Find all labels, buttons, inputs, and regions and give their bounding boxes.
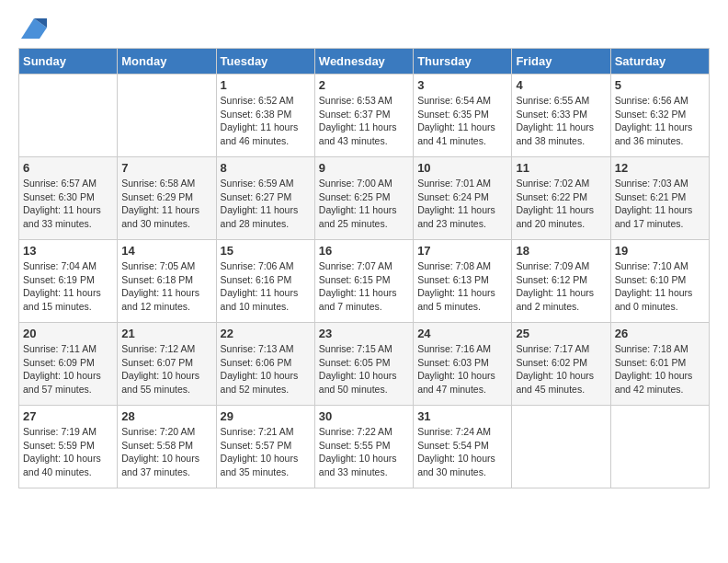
day-number: 1 bbox=[221, 78, 311, 92]
calendar-cell bbox=[512, 406, 610, 488]
day-number: 17 bbox=[417, 244, 507, 258]
calendar-cell: 25 Sunrise: 7:17 AMSunset: 6:02 PMDaylig… bbox=[512, 323, 610, 406]
day-detail: Sunrise: 7:06 AMSunset: 6:16 PMDaylight:… bbox=[221, 259, 311, 314]
day-detail: Sunrise: 7:04 AMSunset: 6:19 PMDaylight:… bbox=[23, 259, 113, 314]
day-detail: Sunrise: 7:07 AMSunset: 6:15 PMDaylight:… bbox=[319, 259, 409, 314]
day-number: 18 bbox=[516, 244, 606, 258]
calendar-cell bbox=[19, 75, 118, 157]
calendar-cell: 24 Sunrise: 7:16 AMSunset: 6:03 PMDaylig… bbox=[414, 323, 512, 406]
calendar-cell: 26 Sunrise: 7:18 AMSunset: 6:01 PMDaylig… bbox=[610, 323, 709, 406]
calendar-cell bbox=[118, 75, 216, 157]
calendar-cell: 16 Sunrise: 7:07 AMSunset: 6:15 PMDaylig… bbox=[314, 240, 413, 323]
day-number: 2 bbox=[319, 78, 409, 92]
day-detail: Sunrise: 6:53 AMSunset: 6:37 PMDaylight:… bbox=[319, 94, 409, 148]
day-number: 15 bbox=[221, 244, 311, 258]
day-detail: Sunrise: 7:08 AMSunset: 6:13 PMDaylight:… bbox=[417, 259, 507, 314]
calendar-week-row: 27 Sunrise: 7:19 AMSunset: 5:59 PMDaylig… bbox=[19, 406, 710, 488]
calendar-cell: 28 Sunrise: 7:20 AMSunset: 5:58 PMDaylig… bbox=[118, 406, 216, 488]
day-detail: Sunrise: 6:59 AMSunset: 6:27 PMDaylight:… bbox=[221, 177, 311, 231]
day-number: 11 bbox=[516, 161, 606, 175]
weekday-header: Saturday bbox=[610, 49, 709, 75]
weekday-header: Tuesday bbox=[216, 49, 314, 75]
logo bbox=[18, 18, 47, 39]
calendar-cell: 5 Sunrise: 6:56 AMSunset: 6:32 PMDayligh… bbox=[610, 75, 709, 157]
day-number: 30 bbox=[319, 409, 409, 423]
day-detail: Sunrise: 7:10 AMSunset: 6:10 PMDaylight:… bbox=[615, 259, 705, 314]
calendar-week-row: 1 Sunrise: 6:52 AMSunset: 6:38 PMDayligh… bbox=[19, 75, 710, 157]
day-detail: Sunrise: 7:18 AMSunset: 6:01 PMDaylight:… bbox=[615, 342, 705, 396]
calendar-cell: 18 Sunrise: 7:09 AMSunset: 6:12 PMDaylig… bbox=[512, 240, 610, 323]
day-detail: Sunrise: 6:54 AMSunset: 6:35 PMDaylight:… bbox=[417, 94, 507, 148]
calendar-cell: 23 Sunrise: 7:15 AMSunset: 6:05 PMDaylig… bbox=[314, 323, 413, 406]
weekday-header: Friday bbox=[512, 49, 610, 75]
day-number: 5 bbox=[615, 78, 705, 92]
calendar-cell: 30 Sunrise: 7:22 AMSunset: 5:55 PMDaylig… bbox=[314, 406, 413, 488]
calendar-cell: 2 Sunrise: 6:53 AMSunset: 6:37 PMDayligh… bbox=[314, 75, 413, 157]
calendar-cell: 22 Sunrise: 7:13 AMSunset: 6:06 PMDaylig… bbox=[216, 323, 314, 406]
calendar-cell: 14 Sunrise: 7:05 AMSunset: 6:18 PMDaylig… bbox=[118, 240, 216, 323]
calendar-cell: 6 Sunrise: 6:57 AMSunset: 6:30 PMDayligh… bbox=[19, 157, 118, 240]
weekday-header: Thursday bbox=[414, 49, 512, 75]
calendar-cell: 13 Sunrise: 7:04 AMSunset: 6:19 PMDaylig… bbox=[19, 240, 118, 323]
day-detail: Sunrise: 7:22 AMSunset: 5:55 PMDaylight:… bbox=[319, 425, 409, 479]
day-number: 4 bbox=[516, 78, 606, 92]
day-number: 9 bbox=[319, 161, 409, 175]
day-detail: Sunrise: 7:15 AMSunset: 6:05 PMDaylight:… bbox=[319, 342, 409, 396]
day-detail: Sunrise: 7:16 AMSunset: 6:03 PMDaylight:… bbox=[417, 342, 507, 396]
day-detail: Sunrise: 7:11 AMSunset: 6:09 PMDaylight:… bbox=[23, 342, 113, 396]
weekday-header: Sunday bbox=[19, 49, 118, 75]
day-number: 12 bbox=[615, 161, 705, 175]
day-detail: Sunrise: 6:57 AMSunset: 6:30 PMDaylight:… bbox=[23, 177, 113, 231]
day-number: 20 bbox=[23, 327, 113, 340]
logo-icon bbox=[21, 18, 47, 39]
calendar-cell: 3 Sunrise: 6:54 AMSunset: 6:35 PMDayligh… bbox=[414, 75, 512, 157]
calendar-cell: 19 Sunrise: 7:10 AMSunset: 6:10 PMDaylig… bbox=[610, 240, 709, 323]
day-number: 3 bbox=[417, 78, 507, 92]
day-detail: Sunrise: 7:12 AMSunset: 6:07 PMDaylight:… bbox=[121, 342, 211, 396]
weekday-header: Wednesday bbox=[314, 49, 413, 75]
day-number: 29 bbox=[221, 409, 311, 423]
calendar-cell: 12 Sunrise: 7:03 AMSunset: 6:21 PMDaylig… bbox=[610, 157, 709, 240]
calendar-table: SundayMondayTuesdayWednesdayThursdayFrid… bbox=[18, 48, 710, 488]
day-number: 27 bbox=[23, 409, 113, 423]
day-detail: Sunrise: 7:13 AMSunset: 6:06 PMDaylight:… bbox=[221, 342, 311, 396]
calendar-cell: 11 Sunrise: 7:02 AMSunset: 6:22 PMDaylig… bbox=[512, 157, 610, 240]
calendar-cell: 8 Sunrise: 6:59 AMSunset: 6:27 PMDayligh… bbox=[216, 157, 314, 240]
day-detail: Sunrise: 6:52 AMSunset: 6:38 PMDaylight:… bbox=[221, 94, 311, 148]
calendar-cell: 31 Sunrise: 7:24 AMSunset: 5:54 PMDaylig… bbox=[414, 406, 512, 488]
day-detail: Sunrise: 6:56 AMSunset: 6:32 PMDaylight:… bbox=[615, 94, 705, 148]
calendar-week-row: 13 Sunrise: 7:04 AMSunset: 6:19 PMDaylig… bbox=[19, 240, 710, 323]
day-detail: Sunrise: 7:20 AMSunset: 5:58 PMDaylight:… bbox=[121, 425, 211, 479]
day-number: 26 bbox=[615, 327, 705, 340]
day-number: 23 bbox=[319, 327, 409, 340]
calendar-cell: 27 Sunrise: 7:19 AMSunset: 5:59 PMDaylig… bbox=[19, 406, 118, 488]
day-number: 16 bbox=[319, 244, 409, 258]
day-number: 14 bbox=[121, 244, 211, 258]
calendar-cell: 20 Sunrise: 7:11 AMSunset: 6:09 PMDaylig… bbox=[19, 323, 118, 406]
day-number: 28 bbox=[121, 409, 211, 423]
calendar-week-row: 20 Sunrise: 7:11 AMSunset: 6:09 PMDaylig… bbox=[19, 323, 710, 406]
calendar-cell: 9 Sunrise: 7:00 AMSunset: 6:25 PMDayligh… bbox=[314, 157, 413, 240]
day-detail: Sunrise: 6:55 AMSunset: 6:33 PMDaylight:… bbox=[516, 94, 606, 148]
calendar-cell: 17 Sunrise: 7:08 AMSunset: 6:13 PMDaylig… bbox=[414, 240, 512, 323]
calendar-cell bbox=[610, 406, 709, 488]
calendar-cell: 21 Sunrise: 7:12 AMSunset: 6:07 PMDaylig… bbox=[118, 323, 216, 406]
day-detail: Sunrise: 7:17 AMSunset: 6:02 PMDaylight:… bbox=[516, 342, 606, 396]
calendar-cell: 29 Sunrise: 7:21 AMSunset: 5:57 PMDaylig… bbox=[216, 406, 314, 488]
calendar-cell: 1 Sunrise: 6:52 AMSunset: 6:38 PMDayligh… bbox=[216, 75, 314, 157]
weekday-header: Monday bbox=[118, 49, 216, 75]
calendar-cell: 7 Sunrise: 6:58 AMSunset: 6:29 PMDayligh… bbox=[118, 157, 216, 240]
day-detail: Sunrise: 7:02 AMSunset: 6:22 PMDaylight:… bbox=[516, 177, 606, 231]
day-number: 6 bbox=[23, 161, 113, 175]
day-detail: Sunrise: 7:05 AMSunset: 6:18 PMDaylight:… bbox=[121, 259, 211, 314]
calendar-cell: 4 Sunrise: 6:55 AMSunset: 6:33 PMDayligh… bbox=[512, 75, 610, 157]
calendar-cell: 10 Sunrise: 7:01 AMSunset: 6:24 PMDaylig… bbox=[414, 157, 512, 240]
day-detail: Sunrise: 6:58 AMSunset: 6:29 PMDaylight:… bbox=[121, 177, 211, 231]
day-number: 22 bbox=[221, 327, 311, 340]
calendar-cell: 15 Sunrise: 7:06 AMSunset: 6:16 PMDaylig… bbox=[216, 240, 314, 323]
day-number: 21 bbox=[121, 327, 211, 340]
day-number: 13 bbox=[23, 244, 113, 258]
day-detail: Sunrise: 7:19 AMSunset: 5:59 PMDaylight:… bbox=[23, 425, 113, 479]
day-detail: Sunrise: 7:00 AMSunset: 6:25 PMDaylight:… bbox=[319, 177, 409, 231]
day-detail: Sunrise: 7:09 AMSunset: 6:12 PMDaylight:… bbox=[516, 259, 606, 314]
